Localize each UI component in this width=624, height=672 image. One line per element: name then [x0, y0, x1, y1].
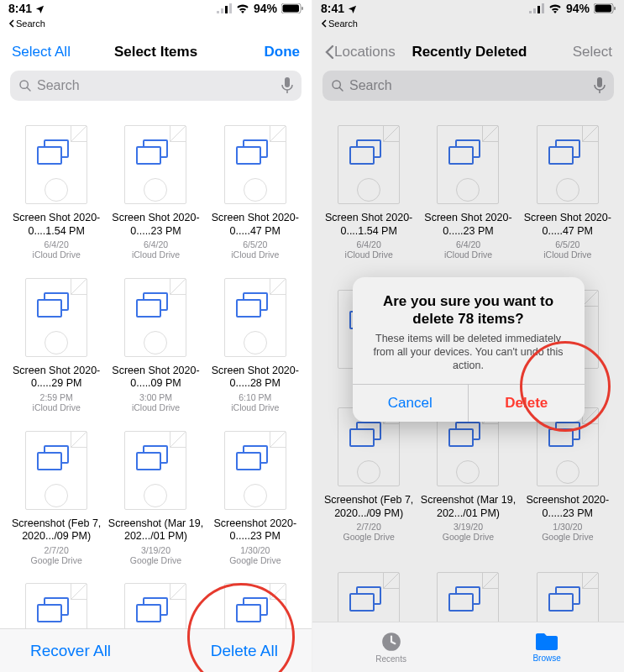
search-icon [18, 79, 32, 92]
file-name: Screen Shot 2020-0....1.54 PM [319, 212, 418, 238]
file-item[interactable]: Screen Shot 2020-0.....28 PM6:10 PMiClou… [206, 276, 305, 413]
screen-select-items: 8:41 94% Search Select All Select Items … [0, 0, 312, 672]
file-name: Screenshot (Feb 7, 2020.../09 PM) [7, 517, 106, 543]
file-source: iCloud Drive [33, 402, 81, 412]
file-item[interactable]: Screen Shot 2020-0.....23 PM6/4/20iCloud… [106, 123, 205, 260]
signal-icon [217, 3, 232, 13]
battery-icon [594, 3, 616, 13]
locations-back-button[interactable]: Locations [324, 44, 396, 60]
file-item[interactable]: Screenshot 2020-0.....23 PM1/30/20Google… [518, 405, 617, 554]
file-source: iCloud Drive [444, 249, 492, 260]
file-source: iCloud Drive [345, 249, 393, 260]
svg-rect-1 [221, 8, 223, 13]
file-name: Screenshot 2020-0.....23 PM [518, 494, 617, 520]
status-battery: 94% [566, 2, 590, 15]
svg-rect-0 [217, 11, 219, 13]
svg-rect-20 [597, 77, 602, 87]
mic-icon[interactable] [281, 77, 293, 94]
file-item[interactable]: Screen Shot 2020-0.....47 PM6/5/20iCloud… [206, 123, 305, 260]
file-date: 1/30/20 [240, 545, 270, 555]
tab-recents[interactable]: Recents [375, 631, 406, 664]
alert-message: These items will be deleted immediately … [366, 332, 571, 373]
file-date: 6/4/20 [144, 239, 168, 249]
file-source: iCloud Drive [543, 249, 591, 260]
svg-line-8 [27, 87, 30, 91]
svg-line-19 [339, 87, 343, 91]
svg-rect-9 [285, 77, 290, 87]
folder-icon [534, 632, 559, 652]
file-source: iCloud Drive [231, 249, 279, 260]
file-item[interactable]: Screen Shot 2020-0.....23 PM6/4/20iCloud… [418, 123, 517, 272]
files-grid: Screen Shot 2020-0....1.54 PM6/4/20iClou… [0, 109, 312, 672]
file-source: Google Drive [130, 555, 181, 565]
file-thumbnail [22, 276, 91, 360]
locations-label: Locations [334, 44, 396, 60]
file-source: iCloud Drive [132, 402, 180, 412]
file-name: Screen Shot 2020-0.....47 PM [518, 212, 617, 238]
svg-rect-3 [229, 3, 232, 13]
file-date: 6/4/20 [456, 239, 480, 249]
svg-rect-11 [529, 11, 532, 13]
back-to-search[interactable]: Search [0, 17, 312, 34]
file-thumbnail [533, 123, 602, 207]
select-button[interactable]: Select [543, 44, 612, 60]
file-item[interactable]: Screen Shot 2020-0.....47 PM6/5/20iCloud… [518, 123, 617, 272]
signal-icon [529, 3, 544, 13]
file-date: 6/5/20 [243, 239, 267, 249]
file-source: Google Drive [229, 555, 281, 565]
file-item[interactable]: Screenshot (Feb 7, 2020.../09 PM)2/7/20G… [319, 405, 418, 554]
file-name: Screen Shot 2020-0.....09 PM [106, 365, 205, 391]
file-name: Screenshot (Feb 7, 2020.../09 PM) [319, 494, 418, 520]
file-thumbnail [22, 123, 91, 207]
file-source: Google Drive [31, 555, 82, 565]
file-item[interactable]: Screen Shot 2020-0....1.54 PM6/4/20iClou… [319, 123, 418, 272]
status-time: 8:41 [8, 2, 32, 15]
nav-title: Select Items [81, 44, 231, 60]
file-item[interactable]: Screenshot (Mar 19, 202.../01 PM)3/19/20… [418, 405, 517, 554]
select-all-button[interactable]: Select All [12, 44, 81, 60]
back-to-search[interactable]: Search [312, 17, 624, 34]
file-thumbnail [433, 123, 502, 207]
file-item[interactable]: Screen Shot 2020-0.....29 PM2:59 PMiClou… [7, 276, 106, 413]
svg-rect-2 [225, 6, 228, 13]
file-name: Screen Shot 2020-0.....23 PM [418, 212, 517, 238]
recover-all-button[interactable]: Recover All [30, 642, 111, 660]
file-name: Screen Shot 2020-0.....29 PM [7, 365, 106, 391]
file-date: 2/7/20 [45, 545, 69, 555]
chevron-left-icon [321, 19, 327, 28]
tab-browse[interactable]: Browse [532, 632, 560, 663]
delete-all-button[interactable]: Delete All [211, 642, 278, 660]
delete-button[interactable]: Delete [469, 385, 585, 422]
status-battery: 94% [254, 2, 277, 15]
search-input[interactable]: Search [10, 71, 302, 101]
file-thumbnail [334, 123, 403, 207]
nav-bar: Select All Select Items Done [0, 34, 312, 71]
file-date: 6/4/20 [45, 239, 69, 249]
file-item[interactable]: Screenshot (Mar 19, 202.../01 PM)3/19/20… [106, 428, 205, 566]
done-button[interactable]: Done [231, 44, 300, 60]
cancel-button[interactable]: Cancel [353, 385, 469, 422]
screen-recently-deleted: 8:41 94% Search Locations Recently Delet… [312, 0, 624, 672]
file-date: 6/5/20 [555, 239, 579, 249]
file-name: Screenshot 2020-0.....23 PM [206, 517, 305, 543]
search-placeholder: Search [37, 78, 276, 93]
file-source: iCloud Drive [132, 249, 180, 260]
file-item[interactable]: Screenshot 2020-0.....23 PM1/30/20Google… [206, 428, 305, 566]
location-arrow-icon [348, 4, 357, 13]
status-time: 8:41 [321, 2, 344, 15]
nav-bar: Locations Recently Deleted Select [312, 34, 624, 71]
mic-icon[interactable] [594, 77, 606, 94]
action-bar: Recover All Delete All [0, 628, 312, 672]
svg-rect-14 [542, 3, 544, 13]
file-name: Screenshot (Mar 19, 202.../01 PM) [106, 517, 205, 543]
file-item[interactable]: Screen Shot 2020-0.....09 PM3:00 PMiClou… [106, 276, 205, 413]
back-to-search-label: Search [328, 18, 358, 29]
file-item[interactable]: Screenshot (Feb 7, 2020.../09 PM)2/7/20G… [7, 428, 106, 566]
tab-recents-label: Recents [375, 654, 406, 664]
search-input[interactable]: Search [322, 71, 614, 101]
file-date: 2/7/20 [357, 522, 381, 532]
tab-bar: Recents Browse [312, 622, 624, 672]
file-thumbnail [121, 123, 190, 207]
file-item[interactable]: Screen Shot 2020-0....1.54 PM6/4/20iClou… [7, 123, 106, 260]
confirm-delete-alert: Are you sure you want to delete 78 items… [353, 277, 585, 422]
